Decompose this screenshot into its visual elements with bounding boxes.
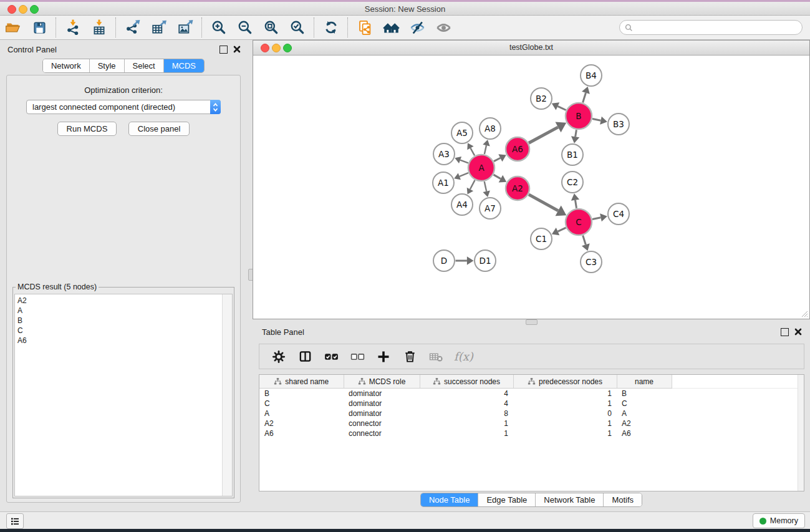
search-input[interactable]	[634, 23, 802, 32]
network-canvas[interactable]: B4B2BB3A8A5A6B1A3AC2A1A2A4A7C4CC1C3DD1	[254, 56, 809, 318]
show-log-button[interactable]	[6, 513, 24, 529]
graph-edge-A-A6[interactable]	[494, 158, 500, 161]
table-row[interactable]: Cdominator41C	[259, 399, 804, 409]
select-all-button[interactable]	[322, 347, 340, 366]
import-network-button[interactable]	[64, 18, 82, 37]
graph-edge-B-B3[interactable]	[592, 118, 600, 120]
table-row[interactable]: Bdominator41B	[259, 389, 804, 399]
table-cell[interactable]: 1	[513, 389, 617, 399]
table-cell[interactable]: 1	[420, 428, 513, 438]
mcds-result-item[interactable]: A	[17, 306, 232, 316]
table-cell[interactable]: 1	[420, 418, 513, 428]
table-cell[interactable]: A	[259, 409, 344, 418]
graph-edge-A-A5[interactable]	[470, 148, 475, 155]
table-cell[interactable]: 8	[420, 409, 513, 418]
table-row[interactable]: A6connector11A6	[259, 428, 804, 438]
graph-edge-A-A3[interactable]	[460, 160, 468, 163]
mcds-result-list[interactable]: A2ABCA6	[14, 294, 233, 496]
column-header-name[interactable]: name	[617, 375, 672, 389]
close-table-panel-icon[interactable]	[794, 328, 802, 336]
column-header-successor-nodes[interactable]: successor nodes	[420, 375, 513, 389]
graph-edge-B-B4[interactable]	[583, 93, 586, 103]
home-view-button[interactable]	[382, 18, 400, 37]
table-cell[interactable]: A2	[259, 418, 344, 428]
close-panel-icon[interactable]	[233, 46, 241, 53]
table-cell[interactable]: C	[259, 399, 344, 409]
delete-column-button[interactable]	[400, 347, 419, 366]
table-cell[interactable]: B	[617, 389, 672, 399]
tab-node-table[interactable]: Node Table	[421, 493, 479, 506]
graph-edge-C-C2[interactable]	[575, 200, 576, 208]
table-cell[interactable]: A	[617, 409, 672, 418]
add-column-button[interactable]	[374, 347, 393, 366]
mcds-result-item[interactable]: A6	[17, 336, 232, 346]
export-table-button[interactable]	[150, 18, 168, 37]
refresh-layout-button[interactable]	[322, 18, 340, 37]
table-row[interactable]: Adominator80A	[259, 409, 804, 418]
zoom-selected-button[interactable]	[288, 18, 307, 37]
memory-button[interactable]: Memory	[753, 513, 805, 528]
graph-edge-A-A7[interactable]	[485, 181, 486, 191]
zoom-in-button[interactable]	[210, 18, 228, 37]
network-from-file-button[interactable]	[355, 18, 374, 37]
graph-edge-A-A4[interactable]	[470, 180, 475, 189]
mcds-result-item[interactable]: A2	[17, 296, 232, 306]
mcds-list-scrollbar[interactable]	[222, 294, 232, 496]
mcds-result-item[interactable]: C	[17, 326, 232, 336]
hide-panel-eye-button[interactable]	[408, 18, 427, 37]
table-cell[interactable]: 1	[513, 418, 617, 428]
table-cell[interactable]: connector	[344, 418, 420, 428]
table-cell[interactable]: connector	[344, 428, 420, 438]
table-cell[interactable]: dominator	[344, 399, 420, 409]
table-cell[interactable]: 4	[420, 389, 513, 399]
graph-edge-A2-C[interactable]	[529, 195, 558, 211]
mcds-result-item[interactable]: B	[17, 316, 232, 326]
float-panel-icon[interactable]	[219, 46, 228, 54]
zoom-out-button[interactable]	[236, 18, 254, 37]
graph-edge-A-A8[interactable]	[485, 145, 486, 154]
function-builder-button[interactable]: f(x)	[454, 350, 473, 363]
graph-edge-B-B2[interactable]	[557, 106, 566, 110]
graph-edge-A-A2[interactable]	[494, 175, 501, 178]
column-header-predecessor-nodes[interactable]: predecessor nodes	[513, 375, 617, 389]
graph-edge-C-C1[interactable]	[558, 228, 566, 231]
graph-edge-C-C3[interactable]	[583, 235, 586, 244]
table-cell[interactable]: dominator	[344, 389, 420, 399]
graph-edge-A-A1[interactable]	[460, 173, 468, 177]
run-mcds-button[interactable]: Run MCDS	[57, 122, 117, 136]
tab-style[interactable]: Style	[90, 59, 125, 72]
graph-edge-B-B1[interactable]	[576, 130, 577, 137]
search-field[interactable]	[619, 20, 803, 35]
column-header-mcds-role[interactable]: MCDS role	[344, 375, 420, 389]
tab-motifs[interactable]: Motifs	[604, 493, 642, 506]
save-session-button[interactable]	[30, 18, 49, 37]
close-panel-button[interactable]: Close panel	[128, 122, 190, 136]
float-table-panel-icon[interactable]	[781, 328, 789, 336]
unselect-all-button[interactable]	[348, 347, 367, 366]
network-window-titlebar[interactable]: testGlobe.txt	[253, 41, 809, 56]
tab-network-table[interactable]: Network Table	[536, 493, 604, 506]
table-cell[interactable]: 0	[513, 409, 617, 418]
tab-edge-table[interactable]: Edge Table	[478, 493, 536, 506]
table-cell[interactable]: 1	[513, 399, 617, 409]
resize-grip-icon[interactable]	[800, 309, 808, 317]
export-network-button[interactable]	[123, 18, 142, 37]
table-cell[interactable]: B	[259, 389, 344, 399]
graph-edge-A6-B[interactable]	[529, 127, 558, 143]
tab-network[interactable]: Network	[43, 59, 90, 72]
tab-mcds[interactable]: MCDS	[164, 59, 204, 72]
table-cell[interactable]: 4	[420, 399, 513, 409]
table-cell[interactable]: A6	[259, 428, 344, 438]
delete-table-button[interactable]	[427, 347, 445, 366]
show-panel-eye-button[interactable]	[434, 18, 453, 37]
open-file-button[interactable]	[4, 18, 22, 37]
table-cell[interactable]: A6	[617, 428, 672, 438]
export-image-button[interactable]	[176, 18, 195, 37]
tab-select[interactable]: Select	[125, 59, 164, 72]
show-columns-button[interactable]	[296, 347, 314, 366]
table-cell[interactable]: C	[617, 399, 672, 409]
import-table-button[interactable]	[90, 18, 108, 37]
table-row[interactable]: A2connector11A2	[259, 418, 804, 428]
table-cell[interactable]: dominator	[344, 409, 420, 418]
criterion-select[interactable]: largest connected component (directed)	[26, 100, 221, 114]
